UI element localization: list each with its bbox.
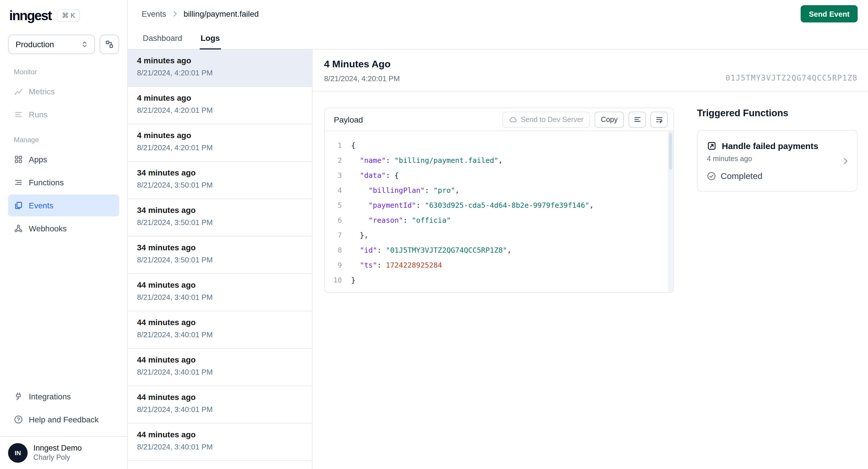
events-card-icon	[14, 201, 23, 210]
sidebar-item-label: Apps	[29, 155, 47, 164]
sidebar-item-label: Functions	[29, 178, 64, 187]
detail-header: 4 Minutes Ago 8/21/2024, 4:20:01 PM 01J5…	[313, 50, 868, 92]
event-list-item[interactable]: 44 minutes ago 8/21/2024, 3:40:01 PM	[128, 424, 312, 461]
detail-timestamp: 8/21/2024, 4:20:01 PM	[324, 74, 400, 83]
event-list-item[interactable]: 34 minutes ago 8/21/2024, 3:50:01 PM	[128, 199, 312, 237]
code-line: 9 "ts": 1724228925284	[324, 258, 668, 273]
code-line: 8 "id": "01J5TMY3VJTZ2QG74QCC5RP1Z8",	[324, 243, 668, 258]
word-wrap-button[interactable]	[650, 111, 668, 127]
event-id: 01J5TMY3VJTZ2QG74QCC5RP1Z8	[725, 74, 858, 83]
sidebar-item-functions[interactable]: Functions	[8, 171, 119, 193]
cloud-upload-icon	[508, 115, 517, 124]
event-list-item[interactable]: 44 minutes ago 8/21/2024, 3:40:01 PM	[128, 349, 312, 386]
event-list-item[interactable]: 44 minutes ago 8/21/2024, 3:40:01 PM	[128, 311, 312, 349]
event-list-item[interactable]: 44 minutes ago 8/21/2024, 3:40:01 PM	[128, 274, 312, 311]
avatar: IN	[8, 443, 28, 463]
user-name: Inngest Demo	[33, 444, 82, 454]
sidebar-item-label: Metrics	[29, 87, 55, 96]
event-list-item[interactable]: 34 minutes ago 8/21/2024, 3:50:01 PM	[128, 162, 312, 199]
align-left-button[interactable]	[628, 111, 646, 127]
sidebar-bottom: Integrations Help and Feedback	[8, 385, 119, 436]
app-root: inngest ⌘ K Production	[0, 0, 868, 469]
environments-button[interactable]	[100, 34, 119, 54]
tab-dashboard[interactable]: Dashboard	[142, 29, 183, 50]
code-line: 6 "reason": "officia"	[324, 213, 668, 228]
sidebar-item-runs[interactable]: Runs	[8, 103, 119, 125]
event-item-timestamp: 8/21/2024, 3:50:01 PM	[137, 255, 303, 264]
event-item-title: 34 minutes ago	[137, 243, 303, 252]
inngest-logo: inngest	[9, 8, 52, 23]
sidebar-item-label: Webhooks	[29, 224, 67, 233]
payload-code: 1{2 "name": "billing/payment.failed",3 "…	[324, 138, 668, 288]
function-run-time: 4 minutes ago	[707, 155, 848, 163]
sidebar-nav: Monitor Metrics Runs Manage	[8, 58, 119, 241]
event-item-title: 34 minutes ago	[137, 168, 303, 177]
event-list-item[interactable]: about 1 hour ago	[128, 461, 312, 469]
payload-title: Payload	[334, 115, 363, 124]
chart-icon	[14, 87, 23, 96]
event-item-timestamp: 8/21/2024, 3:40:01 PM	[137, 330, 303, 339]
tab-bar: Dashboard Logs	[128, 28, 868, 49]
sidebar-item-help[interactable]: Help and Feedback	[8, 409, 119, 431]
copy-button[interactable]: Copy	[595, 111, 624, 127]
send-event-button[interactable]: Send Event	[801, 5, 858, 23]
event-list-item[interactable]: 44 minutes ago 8/21/2024, 3:40:01 PM	[128, 386, 312, 424]
code-scrollbar[interactable]	[668, 131, 674, 292]
nav-section-manage-label: Manage	[14, 136, 119, 144]
function-name: Handle failed payments	[722, 141, 818, 151]
payload-card: Payload Send to Dev Server	[324, 107, 674, 293]
sidebar-item-integrations[interactable]: Integrations	[8, 385, 119, 407]
event-item-timestamp: 8/21/2024, 3:50:01 PM	[137, 218, 303, 227]
code-scrollbar-thumb[interactable]	[669, 133, 672, 170]
sidebar-item-label: Integrations	[29, 392, 71, 401]
align-left-icon	[633, 115, 642, 124]
sidebar-item-label: Help and Feedback	[29, 415, 99, 424]
list-lines-icon	[14, 110, 23, 119]
environment-selector[interactable]: Production	[8, 34, 95, 54]
word-wrap-icon	[655, 115, 663, 124]
event-item-title: 44 minutes ago	[137, 280, 303, 289]
event-list-item[interactable]: 4 minutes ago 8/21/2024, 4:20:01 PM	[128, 87, 312, 124]
chevron-right-icon	[841, 156, 850, 165]
event-item-title: 44 minutes ago	[137, 393, 303, 402]
environment-selector-value: Production	[16, 40, 54, 49]
sidebar: inngest ⌘ K Production	[0, 0, 128, 469]
command-palette-shortcut[interactable]: ⌘ K	[57, 9, 80, 22]
code-line: 5 "paymentId": "6303d925-cda5-4d64-8b2e-…	[324, 198, 668, 213]
user-menu[interactable]: IN Inngest Demo Charly Poly	[0, 436, 127, 469]
event-item-timestamp: 8/21/2024, 4:20:01 PM	[137, 106, 303, 115]
function-list-icon	[14, 178, 23, 187]
sidebar-item-events[interactable]: Events	[8, 194, 119, 216]
event-detail: 4 Minutes Ago 8/21/2024, 4:20:01 PM 01J5…	[313, 50, 868, 469]
send-to-dev-server-button[interactable]: Send to Dev Server	[502, 111, 590, 127]
event-item-timestamp: 8/21/2024, 3:40:01 PM	[137, 368, 303, 376]
chevron-updown-icon	[81, 40, 89, 48]
breadcrumb-events-link[interactable]: Events	[142, 9, 166, 19]
function-status-label: Completed	[721, 171, 763, 181]
event-item-title: 4 minutes ago	[137, 56, 303, 65]
event-item-title: about 1 hour ago	[137, 467, 303, 469]
sidebar-item-webhooks[interactable]: Webhooks	[8, 218, 119, 240]
plug-icon	[14, 392, 23, 401]
nav-section-monitor-label: Monitor	[14, 68, 119, 76]
triggered-functions-title: Triggered Functions	[697, 107, 858, 119]
event-list-item[interactable]: 34 minutes ago 8/21/2024, 3:50:01 PM	[128, 237, 312, 274]
grid-icon	[14, 155, 23, 164]
question-circle-icon	[14, 415, 23, 424]
event-list-item[interactable]: 4 minutes ago 8/21/2024, 4:20:01 PM	[128, 124, 312, 162]
event-item-timestamp: 8/21/2024, 3:40:01 PM	[137, 293, 303, 302]
event-item-timestamp: 8/21/2024, 3:40:01 PM	[137, 405, 303, 414]
workflow-icon	[105, 40, 114, 49]
event-list-item[interactable]: 4 minutes ago 8/21/2024, 4:20:01 PM	[128, 50, 312, 87]
event-item-timestamp: 8/21/2024, 4:20:01 PM	[137, 68, 303, 77]
code-line: 3 "data": {	[324, 168, 668, 183]
code-line: 4 "billingPlan": "pro",	[324, 183, 668, 198]
triggered-function-card[interactable]: Handle failed payments 4 minutes ago	[697, 130, 858, 192]
code-line: 2 "name": "billing/payment.failed",	[324, 153, 668, 168]
event-item-timestamp: 8/21/2024, 3:40:01 PM	[137, 442, 303, 451]
sidebar-item-metrics[interactable]: Metrics	[8, 81, 119, 102]
event-item-title: 44 minutes ago	[137, 318, 303, 327]
sidebar-item-apps[interactable]: Apps	[8, 149, 119, 170]
chevron-right-icon	[171, 10, 179, 18]
tab-logs[interactable]: Logs	[199, 29, 221, 50]
